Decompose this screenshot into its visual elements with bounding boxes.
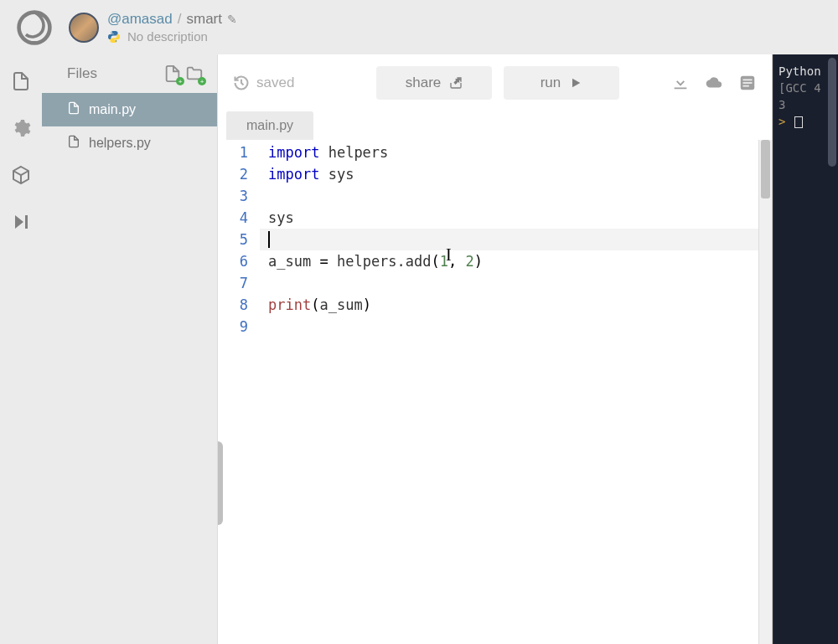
editor-area: saved share run xyxy=(218,54,773,644)
tab-bar: main.py xyxy=(218,111,772,140)
project-path: @amasad/smart ✎ xyxy=(107,11,237,28)
file-item-main[interactable]: main.py xyxy=(42,93,217,126)
files-header: Files + + xyxy=(42,54,217,93)
user-avatar[interactable] xyxy=(69,13,99,43)
svg-rect-5 xyxy=(743,79,753,80)
file-name: helpers.py xyxy=(89,136,151,151)
packages-icon[interactable] xyxy=(11,165,31,185)
files-label: Files xyxy=(67,65,160,82)
saved-label: saved xyxy=(256,75,294,91)
pencil-icon[interactable]: ✎ xyxy=(227,13,237,26)
username[interactable]: @amasad xyxy=(107,11,173,28)
share-icon xyxy=(449,76,463,90)
terminal-prompt: > xyxy=(779,115,785,128)
debugger-icon[interactable] xyxy=(11,212,31,232)
run-button[interactable]: run xyxy=(504,66,619,100)
svg-rect-7 xyxy=(743,85,749,87)
terminal-line: [GCC 4 xyxy=(779,80,833,96)
file-item-helpers[interactable]: helpers.py xyxy=(42,126,217,160)
scrollbar-thumb[interactable] xyxy=(761,140,770,198)
svg-point-0 xyxy=(19,12,50,43)
plus-icon: + xyxy=(176,77,184,85)
share-button[interactable]: share xyxy=(376,66,492,100)
format-icon[interactable] xyxy=(738,74,757,92)
cloud-upload-icon[interactable] xyxy=(705,74,723,92)
project-description: No description xyxy=(107,29,237,44)
main-layout: Files + + main.py helpers.py xyxy=(0,54,838,644)
play-icon xyxy=(569,76,582,90)
line-gutter: 123456789 xyxy=(218,140,260,644)
header: @amasad/smart ✎ No description xyxy=(0,0,838,54)
download-icon[interactable] xyxy=(671,74,690,92)
file-icon xyxy=(67,101,80,118)
project-name: smart xyxy=(186,11,222,28)
terminal-panel[interactable]: Python [GCC 4 3 > xyxy=(773,54,838,644)
svg-rect-3 xyxy=(25,215,28,229)
code-content[interactable]: import helpersimport syssysa_sum = helpe… xyxy=(260,140,772,644)
tab-main[interactable]: main.py xyxy=(226,111,313,140)
file-icon xyxy=(67,135,80,152)
editor-toolbar: saved share run xyxy=(218,54,772,111)
terminal-line: Python xyxy=(779,64,821,78)
terminal-scrollbar[interactable] xyxy=(828,58,836,167)
replit-logo[interactable] xyxy=(15,8,54,47)
plus-icon: + xyxy=(198,77,206,85)
vertical-sidebar xyxy=(0,54,42,644)
saved-status: saved xyxy=(233,75,294,91)
history-icon xyxy=(233,75,250,91)
file-name: main.py xyxy=(89,102,136,117)
svg-rect-6 xyxy=(743,82,753,84)
add-folder-button[interactable]: + xyxy=(185,64,204,83)
vertical-scrollbar[interactable] xyxy=(758,140,772,644)
svg-point-1 xyxy=(111,32,112,33)
python-icon xyxy=(107,30,121,44)
editor-scroll-handle[interactable] xyxy=(218,441,223,525)
description-text: No description xyxy=(127,29,208,44)
svg-point-2 xyxy=(116,40,116,41)
add-file-button[interactable]: + xyxy=(163,64,182,83)
settings-icon[interactable] xyxy=(11,118,31,138)
file-list: main.py helpers.py xyxy=(42,93,217,160)
files-panel: Files + + main.py helpers.py xyxy=(42,54,218,644)
project-meta: @amasad/smart ✎ No description xyxy=(107,11,237,44)
code-editor[interactable]: 123456789 import helpersimport syssysa_s… xyxy=(218,140,772,644)
terminal-cursor xyxy=(794,116,803,128)
files-nav-icon[interactable] xyxy=(11,71,31,91)
terminal-line: 3 xyxy=(779,96,833,113)
